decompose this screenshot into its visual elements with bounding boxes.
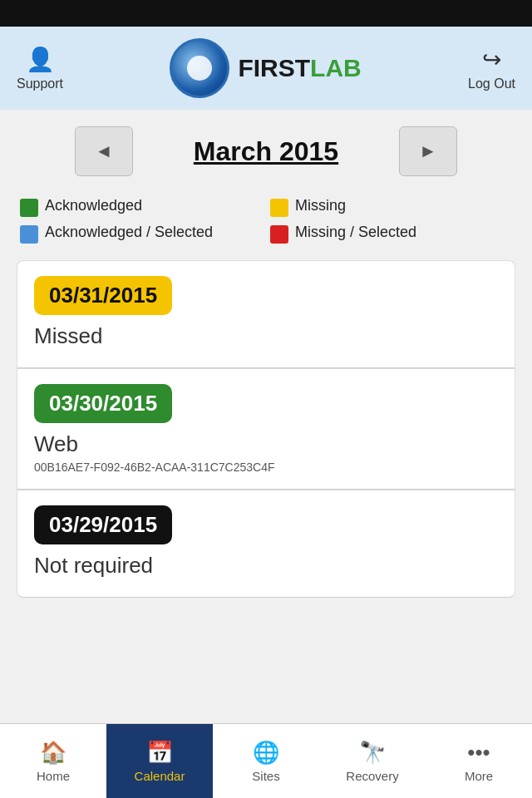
logo-text: FIRSTLAB bbox=[238, 54, 361, 82]
entry-date-badge-1: 03/31/2015 bbox=[34, 276, 172, 315]
entry-date-badge-3: 03/29/2015 bbox=[34, 505, 172, 544]
acknowledged-label: Acknowledged bbox=[45, 197, 142, 214]
logout-icon: ↪ bbox=[482, 46, 501, 73]
missing-label: Missing bbox=[295, 197, 346, 214]
entry-card-2[interactable]: 03/30/2015 Web 00B16AE7-F092-46B2-ACAA-3… bbox=[17, 368, 515, 490]
nav-more-label: More bbox=[465, 769, 493, 783]
missing-selected-dot bbox=[270, 225, 288, 244]
logo-first: FIRST bbox=[238, 54, 310, 81]
legend-missing: Missing bbox=[270, 197, 512, 217]
missing-selected-label: Missing / Selected bbox=[295, 224, 416, 241]
nav-recovery-label: Recovery bbox=[346, 769, 398, 783]
calendar-entries: 03/31/2015 Missed 03/30/2015 Web 00B16AE… bbox=[0, 260, 532, 723]
nav-more[interactable]: ••• More bbox=[426, 724, 532, 798]
bottom-navigation: 🏠 Home 📅 Calendar 🌐 Sites 🔭 Recovery •••… bbox=[0, 723, 532, 798]
recovery-icon: 🔭 bbox=[359, 740, 386, 766]
prev-month-button[interactable]: ◄ bbox=[75, 126, 133, 176]
logout-label: Log Out bbox=[468, 76, 515, 91]
entry-title-1: Missed bbox=[34, 323, 498, 349]
nav-home[interactable]: 🏠 Home bbox=[0, 724, 106, 798]
nav-recovery[interactable]: 🔭 Recovery bbox=[319, 724, 426, 798]
nav-sites-label: Sites bbox=[252, 769, 279, 783]
legend-acknowledged-selected: Acknowledged / Selected bbox=[20, 224, 262, 244]
entry-title-3: Not required bbox=[34, 553, 498, 579]
legend-acknowledged: Acknowledged bbox=[20, 197, 262, 217]
logo-icon bbox=[170, 38, 229, 98]
support-button[interactable]: 👤 Support bbox=[17, 46, 63, 91]
next-month-button[interactable]: ► bbox=[399, 126, 457, 176]
support-label: Support bbox=[17, 76, 63, 91]
entry-title-2: Web bbox=[34, 431, 498, 457]
acknowledged-selected-dot bbox=[20, 225, 38, 244]
acknowledged-dot bbox=[20, 199, 38, 217]
top-status-bar bbox=[0, 0, 532, 27]
entry-subtitle-2: 00B16AE7-F092-46B2-ACAA-311C7C253C4F bbox=[34, 461, 498, 474]
entry-card-1[interactable]: 03/31/2015 Missed bbox=[17, 260, 515, 368]
logout-button[interactable]: ↪ Log Out bbox=[468, 46, 515, 91]
nav-calendar-label: Calendar bbox=[135, 769, 185, 783]
next-arrow: ► bbox=[419, 140, 437, 162]
logo: FIRSTLAB bbox=[170, 38, 361, 98]
legend-missing-selected: Missing / Selected bbox=[270, 224, 512, 244]
nav-calendar[interactable]: 📅 Calendar bbox=[106, 724, 213, 798]
home-icon: 🏠 bbox=[40, 740, 66, 766]
more-icon: ••• bbox=[467, 740, 490, 766]
nav-home-label: Home bbox=[37, 769, 70, 783]
sites-icon: 🌐 bbox=[253, 740, 279, 766]
month-navigation: ◄ March 2015 ► bbox=[0, 110, 532, 189]
nav-sites[interactable]: 🌐 Sites bbox=[213, 724, 319, 798]
entry-card-3[interactable]: 03/29/2015 Not required bbox=[17, 490, 515, 598]
month-title: March 2015 bbox=[150, 136, 382, 167]
missing-dot bbox=[270, 199, 288, 217]
acknowledged-selected-label: Acknowledged / Selected bbox=[45, 224, 213, 241]
entry-date-badge-2: 03/30/2015 bbox=[34, 384, 172, 423]
logo-lab: LAB bbox=[310, 54, 362, 81]
calendar-icon: 📅 bbox=[146, 740, 173, 766]
app-header: 👤 Support FIRSTLAB ↪ Log Out bbox=[0, 27, 532, 110]
legend: Acknowledged Missing Acknowledged / Sele… bbox=[0, 189, 532, 260]
prev-arrow: ◄ bbox=[95, 140, 113, 162]
